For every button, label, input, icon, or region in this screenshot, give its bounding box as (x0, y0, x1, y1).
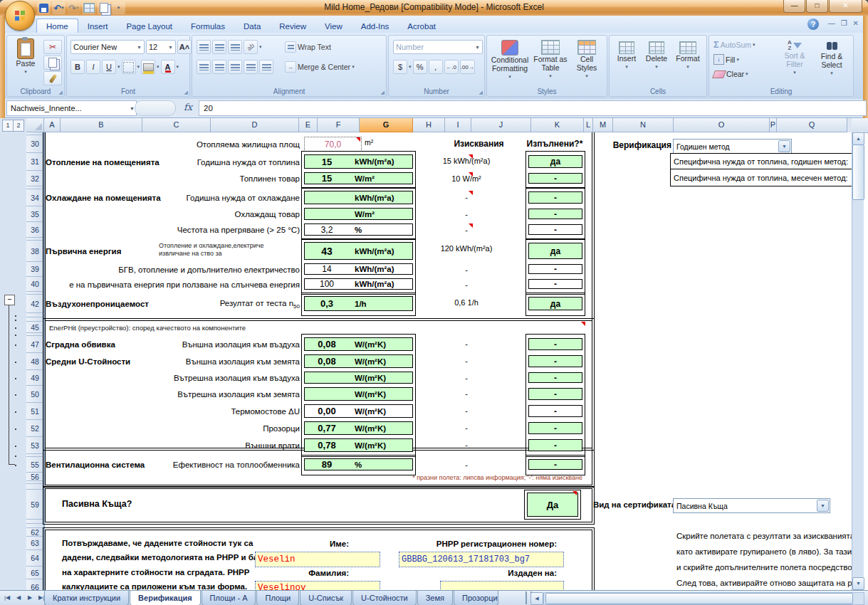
cell-fulfilled-52[interactable]: - (528, 422, 582, 434)
row-header-39[interactable]: 39 (26, 262, 44, 277)
increase-decimal-button[interactable]: ←.0 (444, 60, 459, 74)
maximize-button[interactable]: □ (806, 0, 828, 13)
row-header-63[interactable]: 63 (26, 537, 44, 550)
workbook-restore-button[interactable]: ❐ (841, 19, 847, 27)
scroll-up-icon[interactable]: ▲ (852, 132, 864, 145)
accounting-format-button[interactable]: $ (393, 60, 407, 74)
wrap-text-button[interactable]: Wrap Text (298, 43, 331, 51)
row-header-47[interactable]: 47 (26, 336, 44, 353)
cell-fulfilled-35[interactable]: - (528, 209, 582, 219)
row-header-64[interactable]: 64 (26, 550, 44, 567)
cell-value-34[interactable]: kWh/(m²a) (304, 191, 413, 204)
cell-fulfilled-34[interactable]: - (528, 191, 582, 204)
cell-value-51[interactable]: 0,00W/(m²K) (304, 404, 413, 418)
conditional-formatting-button[interactable]: Conditional Formatting▾ (489, 40, 530, 81)
cell-styles-button[interactable]: Cell Styles▾ (570, 40, 603, 80)
column-header-D[interactable]: D (211, 118, 299, 132)
align-middle-button[interactable] (212, 40, 226, 54)
cell-value-32[interactable]: 15W/m² (304, 172, 413, 184)
office-button[interactable] (5, 1, 35, 31)
cell-fulfilled-47[interactable]: - (528, 338, 582, 350)
issued-input[interactable] (440, 581, 564, 590)
outline-collapse-icon[interactable]: − (4, 295, 15, 305)
vertical-scrollbar-thumb[interactable] (852, 144, 864, 200)
cell-value-47[interactable]: 0,08W/(m²K) (304, 337, 413, 351)
decrease-indent-button[interactable] (244, 60, 258, 74)
align-bottom-button[interactable] (228, 40, 242, 54)
ribbon-tab-add-ins[interactable]: Add-Ins (352, 19, 399, 33)
font-name-combo[interactable]: Courier New▼ (70, 40, 145, 54)
orientation-button[interactable]: ab (244, 40, 258, 54)
row-header-34[interactable]: 34 (26, 189, 44, 206)
column-header-K[interactable]: K (531, 118, 584, 132)
select-all-button[interactable] (26, 118, 44, 132)
quick-print-button[interactable] (82, 2, 95, 14)
cell-value-31[interactable]: 15kWh/(m²a) (304, 154, 413, 169)
sheet-tab-7[interactable]: Земя (417, 591, 453, 605)
fill-button[interactable]: Fill (726, 56, 735, 64)
ribbon-tab-insert[interactable]: Insert (78, 19, 117, 33)
cell-fulfilled-53[interactable]: - (528, 439, 582, 451)
dialog-launcher-icon[interactable]: ◢ (59, 90, 63, 95)
dialog-launcher-icon[interactable]: ◢ (381, 90, 385, 95)
font-color-button[interactable]: A (161, 60, 175, 74)
align-center-button[interactable] (212, 60, 226, 74)
workbook-minimize-button[interactable]: — (828, 19, 835, 27)
format-painter-button[interactable] (43, 71, 62, 85)
cut-button[interactable]: ✂ (43, 40, 62, 54)
horizontal-scrollbar-thumb[interactable] (545, 593, 853, 604)
row-header-48[interactable]: 48 (26, 353, 44, 370)
cell-fulfilled-36[interactable]: - (528, 224, 582, 235)
column-header-H[interactable]: H (413, 118, 445, 132)
cell-value-42[interactable]: 0,31/h (304, 296, 413, 311)
verification-dropdown[interactable]: Годишен метод▼ (673, 139, 792, 154)
sheet-tab-8[interactable]: Прозорци (454, 591, 498, 605)
dialog-launcher-icon[interactable]: ◢ (479, 90, 483, 95)
cell-fulfilled-32[interactable]: - (528, 173, 582, 184)
comma-style-button[interactable]: , (429, 60, 443, 74)
phpp-reg-input[interactable]: GBBBG_120613_17181703_bg7 (399, 552, 564, 567)
sheet-tab-5[interactable]: U-Списък (300, 591, 352, 605)
sheet-tab-1[interactable]: Кратки инструкции (44, 591, 129, 605)
cell-value-30[interactable]: 70,0 (304, 137, 362, 152)
cell-value-53[interactable]: 0,78W/(m²K) (304, 438, 413, 452)
row-header-45[interactable]: 45 (26, 322, 44, 333)
paste-button[interactable]: Paste▾ (10, 38, 41, 76)
help-icon[interactable]: ? (807, 19, 819, 30)
formula-input[interactable]: 20 (199, 100, 867, 116)
certificate-type-dropdown[interactable]: Пасивна Къща▼ (673, 498, 830, 513)
column-header-P[interactable]: P (770, 118, 777, 132)
cell-fulfilled-48[interactable]: - (528, 355, 582, 367)
switch-windows-button[interactable] (97, 2, 110, 14)
cell-fulfilled-49[interactable]: - (528, 372, 582, 383)
row-header-38[interactable]: 38 (26, 241, 44, 262)
align-left-button[interactable] (197, 60, 211, 74)
cell-value-49[interactable]: W/(m²K) (304, 372, 413, 384)
cell-value-38[interactable]: 43kWh/(m²a) (304, 242, 413, 260)
dialog-launcher-icon[interactable]: ◢ (184, 90, 188, 95)
column-header-L[interactable]: L (584, 118, 593, 132)
minimize-button[interactable]: — (783, 0, 805, 13)
horizontal-scrollbar[interactable] (543, 592, 864, 605)
grow-font-button[interactable]: A˄ (177, 40, 192, 54)
row-header-36[interactable]: 36 (26, 222, 44, 238)
column-header-C[interactable]: C (142, 118, 211, 132)
cell-value-50[interactable]: W/(m²K) (304, 387, 413, 401)
ribbon-tab-acrobat[interactable]: Acrobat (398, 19, 445, 33)
underline-button[interactable]: U (102, 60, 116, 74)
column-header-Q[interactable]: Q (777, 118, 847, 132)
delete-cells-button[interactable]: Delete▾ (642, 41, 671, 71)
italic-button[interactable]: I (86, 60, 100, 74)
format-as-table-button[interactable]: Format as Table▾ (532, 40, 569, 80)
sheet-tab-3[interactable]: Площи - А (202, 591, 256, 605)
redo-button[interactable]: ↷▾ (67, 2, 80, 14)
percent-style-button[interactable]: % (413, 60, 427, 74)
cell-fulfilled-51[interactable]: - (528, 405, 582, 417)
format-cells-button[interactable]: Format▾ (672, 41, 704, 71)
row-header-58[interactable] (26, 484, 44, 490)
ribbon-tab-formulas[interactable]: Formulas (182, 19, 234, 33)
column-header-B[interactable]: B (61, 118, 142, 132)
column-header-E[interactable]: E (299, 118, 318, 132)
cell-value-52[interactable]: 0,77W/(m²K) (304, 421, 413, 435)
dropdown-arrow-icon[interactable]: ▼ (778, 140, 790, 152)
